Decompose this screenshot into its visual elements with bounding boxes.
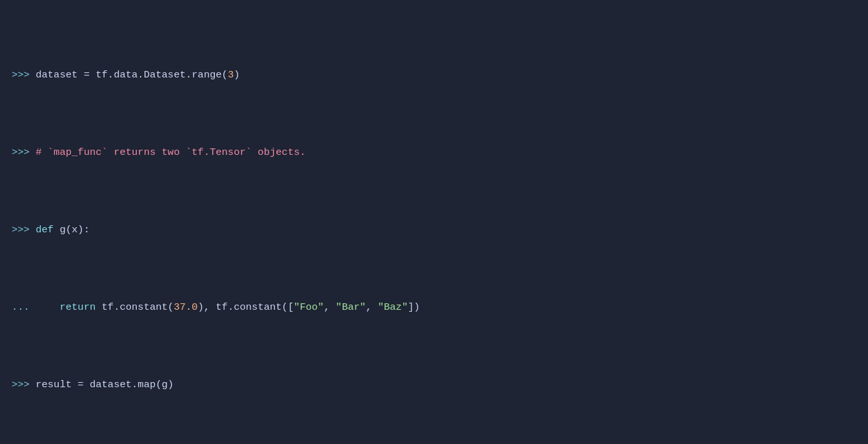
code-block: >>> dataset = tf.data.Dataset.range(3) >…: [0, 0, 868, 444]
code-line-2: >>> # `map_func` returns two `tf.Tensor`…: [0, 145, 868, 160]
prompt: >>>: [12, 69, 35, 81]
code-line-3: >>> def g(x):: [0, 222, 868, 237]
code-line-1: >>> dataset = tf.data.Dataset.range(3): [0, 67, 868, 83]
code-line-5: >>> result = dataset.map(g): [0, 377, 868, 392]
code-line-4: ... return tf.constant(37.0), tf.constan…: [0, 299, 868, 315]
